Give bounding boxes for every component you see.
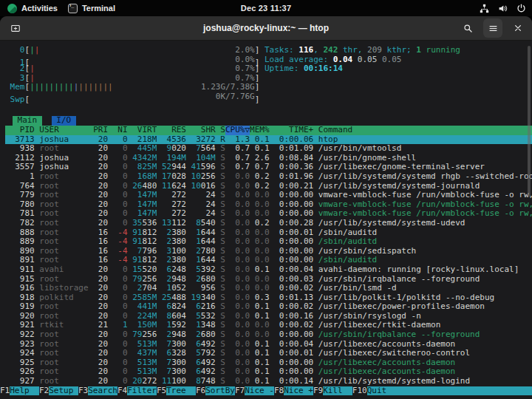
htop-meters: 0[||2.0%] 1[0.0%] 2[|0.7%] 3[|0.7%] Mem[… xyxy=(5,46,532,102)
htop-screen: 0[||2.0%] 1[0.0%] 2[|0.7%] 3[|0.7%] Mem[… xyxy=(0,41,532,399)
hamburger-icon xyxy=(488,24,498,33)
new-tab-icon xyxy=(10,23,21,33)
process-row[interactable]: 920root200224M86045532S0.00.10:00.16/usr… xyxy=(5,312,532,321)
fkey-f10[interactable]: F10Quit xyxy=(352,386,532,396)
process-row[interactable]: 764root200264801162410016S0.00.20:00.21/… xyxy=(5,182,532,191)
process-row[interactable]: 925root200513M73006492S0.00.10:00.00/usr… xyxy=(5,358,532,368)
column-header-time[interactable]: TIME+ xyxy=(270,126,314,135)
activities-label: Activities xyxy=(21,4,58,13)
process-row[interactable]: 938root200445M90207564S0.70.10:01.09/usr… xyxy=(5,144,532,154)
system-status-area[interactable] xyxy=(480,4,526,13)
column-header-shr[interactable]: SHR xyxy=(186,126,216,135)
fkey-f2[interactable]: F2Setup xyxy=(39,386,78,396)
power-icon xyxy=(516,4,526,13)
process-row[interactable]: 3557joshua200825M5294441596S0.70.70:00.3… xyxy=(5,163,532,172)
fkey-f1[interactable]: F1Help xyxy=(0,386,39,396)
process-row[interactable]: 921rtkit211150M15921348S0.00.00:00.02/us… xyxy=(5,321,532,330)
process-row[interactable]: 924root200437M63285792S0.00.10:00.01/usr… xyxy=(5,349,532,358)
process-row[interactable]: 888root16-49181223801644S0.00.00:00.01/s… xyxy=(5,228,532,238)
process-row[interactable]: 922root2007925629482680S0.00.00:00.00/us… xyxy=(5,330,532,340)
window-title: joshua@rocky-linux:~ — htop xyxy=(203,23,329,33)
process-row[interactable]: 919root200441M68246216S0.00.10:00.02/usr… xyxy=(5,302,532,312)
process-row[interactable]: 916libstorage20027041052956S0.00.00:00.0… xyxy=(5,284,532,293)
process-row[interactable]: 889root16-49181223801644S0.00.00:00.00/s… xyxy=(5,237,532,247)
close-icon xyxy=(514,24,522,33)
rocky-linux-icon xyxy=(7,4,17,13)
fkey-f8[interactable]: F8Nice + xyxy=(274,386,313,396)
fkey-f9[interactable]: F9Kill xyxy=(313,386,352,396)
app-menu-terminal[interactable]: Terminal xyxy=(68,4,115,13)
close-button[interactable] xyxy=(508,18,528,38)
menu-button[interactable] xyxy=(483,18,502,38)
process-row[interactable]: 780root200147M27224S0.00.00:00.00vmware-… xyxy=(5,200,532,210)
column-header-user[interactable]: USER xyxy=(39,126,88,135)
process-row[interactable]: 890root16-4779631002780S0.00.00:00.00/us… xyxy=(5,247,532,256)
process-row[interactable]: 1root200168M1702810256S0.00.20:01.96/usr… xyxy=(5,172,532,182)
app-menu-label: Terminal xyxy=(82,4,115,13)
function-key-bar: F1HelpF2SetupF3SearchF4FilterF5TreeF6Sor… xyxy=(0,386,532,396)
network-wired-icon xyxy=(480,4,489,13)
terminal-window: joshua@rocky-linux:~ — htop 0[||2.0%] xyxy=(0,16,532,399)
process-row[interactable]: 781root200147M27224S0.00.00:00.00vmware-… xyxy=(5,209,532,219)
process-row[interactable]: 927root20020272111008748S0.00.10:00.14/u… xyxy=(5,377,532,386)
gnome-top-bar: Activities Terminal Dec 23 11:37 xyxy=(0,0,532,16)
process-row[interactable]: 911avahi2001552062485392S0.00.10:00.04av… xyxy=(5,265,532,275)
fkey-f5[interactable]: F5Tree xyxy=(157,386,196,396)
column-header-ni[interactable]: NI xyxy=(108,126,127,135)
column-header-cmd[interactable]: Command xyxy=(318,126,532,135)
htop-summary: Tasks: 116, 242 thr, 209 kthr; 1 running… xyxy=(265,46,527,74)
htop-screen-tabs: MainI/O xyxy=(5,116,532,126)
process-row[interactable]: 782root20035536131128540S0.00.20:00.28/u… xyxy=(5,219,532,228)
process-table: PIDUSERPRINIVIRTRESSHRSCPU%▽MEM%TIME+Com… xyxy=(5,126,532,386)
column-header-pid[interactable]: PID xyxy=(5,126,35,135)
clock-button[interactable]: Dec 23 11:37 xyxy=(241,4,291,13)
process-row[interactable]: 915root2007925629482680S0.00.00:00.03/us… xyxy=(5,275,532,284)
process-row[interactable]: 3713joshua200218M45363272R1.30.10:00.06h… xyxy=(5,135,532,145)
fkey-f6[interactable]: F6SortBy xyxy=(196,386,235,396)
tab-io[interactable]: I/O xyxy=(52,116,76,126)
fkey-f7[interactable]: F7Nice - xyxy=(235,386,274,396)
terminal-titlebar[interactable]: joshua@rocky-linux:~ — htop xyxy=(0,16,532,41)
scrollbar-thumb[interactable] xyxy=(528,46,531,197)
process-row[interactable]: 2112joshua2004342M194M104MS0.72.60:08.84… xyxy=(5,154,532,163)
column-header-res[interactable]: RES xyxy=(157,126,186,135)
new-tab-button[interactable] xyxy=(6,18,25,38)
column-header-s[interactable]: S xyxy=(216,126,225,135)
fkey-f3[interactable]: F3Search xyxy=(78,386,117,396)
activities-button[interactable]: Activities xyxy=(7,4,58,13)
search-icon xyxy=(463,24,473,33)
meter-swp: Swp[0K/7.76G] xyxy=(5,92,532,102)
process-row[interactable]: 891root16-49181223801644S0.00.00:00.00/s… xyxy=(5,256,532,265)
column-header-pri[interactable]: PRI xyxy=(89,126,108,135)
volume-icon xyxy=(498,4,508,13)
process-row[interactable]: 779root200147M27224S0.00.00:00.00vmware-… xyxy=(5,191,532,200)
tab-main[interactable]: Main xyxy=(13,116,42,126)
meter-mem: Mem[|||||||||||||||||1.23G/7.38G] xyxy=(5,83,532,92)
process-row[interactable]: 923root200513M73006492S0.00.10:00.04/usr… xyxy=(5,340,532,349)
terminal-app-icon xyxy=(68,4,78,13)
column-header-mem[interactable]: MEM% xyxy=(250,126,269,135)
process-row[interactable]: 918polkitd2002585M2548819340S0.00.30:01.… xyxy=(5,293,532,303)
fkey-f4[interactable]: F4Filter xyxy=(117,386,157,396)
table-header-row: PIDUSERPRINIVIRTRESSHRSCPU%▽MEM%TIME+Com… xyxy=(5,126,532,135)
search-button[interactable] xyxy=(458,18,477,38)
column-header-virt[interactable]: VIRT xyxy=(128,126,157,135)
process-row[interactable]: 926root200513M73006492S0.00.10:00.00/usr… xyxy=(5,367,532,377)
column-header-cpu[interactable]: CPU%▽ xyxy=(225,126,250,135)
